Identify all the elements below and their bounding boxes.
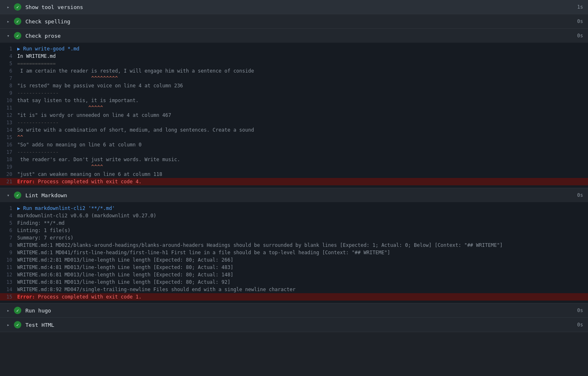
line-text: WRITEME.md:6:81 MD013/line-length Line l… [17, 271, 588, 278]
line-number: 15 [0, 134, 17, 141]
line-number: 6 [0, 227, 17, 234]
code-line: 11 ^^^^^ [0, 104, 588, 112]
line-number: 8 [0, 242, 17, 249]
code-line: 16"So" adds no meaning on line 6 at colu… [0, 141, 588, 148]
code-line: 8WRITEME.md:1 MD022/blanks-around-headin… [0, 242, 588, 249]
line-text: WRITEME.md:1 MD041/first-line-heading/fi… [17, 249, 588, 256]
code-block-check-prose: 1▶ Run write-good *.md4In WRITEME.md5===… [0, 45, 588, 185]
code-line: 4In WRITEME.md [0, 52, 588, 60]
line-text: -------------- [17, 119, 588, 126]
line-text: WRITEME.md:1 MD022/blanks-around-heading… [17, 242, 588, 249]
code-line: 14So write with a combination of short, … [0, 126, 588, 134]
task-time-check-spelling: 0s [577, 18, 583, 24]
code-line: 4markdownlint-cli2 v0.6.0 (markdownlint … [0, 212, 588, 219]
code-line: 9WRITEME.md:1 MD041/first-line-heading/f… [0, 249, 588, 256]
chevron-icon-lint-markdown [5, 192, 11, 198]
code-line: 7 ^^^^^^^^^ [0, 75, 588, 82]
task-time-check-prose: 0s [577, 33, 583, 39]
code-line: 21Error: Process completed with exit cod… [0, 178, 588, 185]
task-content-check-prose: 1▶ Run write-good *.md4In WRITEME.md5===… [0, 43, 588, 188]
task-time-run-hugo: 0s [577, 308, 583, 313]
chevron-icon-test-html [5, 321, 11, 328]
task-row-lint-markdown[interactable]: Lint Markdown0s [0, 188, 588, 202]
line-text: that say listen to this, it is important… [17, 97, 588, 104]
task-list: Show tool versions1sCheck spelling0sChec… [0, 0, 588, 332]
line-text: Summary: 7 error(s) [17, 234, 588, 242]
line-text: -------------- [17, 148, 588, 156]
line-text: the reader's ear. Don't just write words… [17, 156, 588, 163]
status-icon-check-spelling [14, 18, 21, 25]
line-number: 9 [0, 249, 17, 256]
line-number: 4 [0, 52, 17, 60]
line-text: WRITEME.md:8:92 MD047/single-trailing-ne… [17, 286, 588, 293]
code-line: 14WRITEME.md:8:92 MD047/single-trailing-… [0, 286, 588, 293]
line-number: 12 [0, 112, 17, 119]
line-number: 6 [0, 67, 17, 75]
code-line: 9-------------- [0, 89, 588, 97]
code-line: 5============= [0, 60, 588, 67]
task-row-show-tool-versions[interactable]: Show tool versions1s [0, 0, 588, 14]
task-label-check-spelling: Check spelling [25, 18, 577, 25]
code-line: 18 the reader's ear. Don't just write wo… [0, 156, 588, 163]
line-number: 7 [0, 234, 17, 242]
line-text: ^^^^^^^^^ [17, 75, 588, 82]
status-icon-lint-markdown [14, 191, 21, 199]
error-label: Error: [17, 179, 35, 185]
line-text: Error: Process completed with exit code … [17, 293, 588, 301]
line-text: ^^^^^ [17, 104, 588, 112]
line-text: ▶ Run write-good *.md [17, 45, 588, 52]
task-label-run-hugo: Run hugo [25, 308, 577, 314]
line-number: 14 [0, 286, 17, 293]
code-line: 6 I am certain the reader is rested, I w… [0, 67, 588, 75]
error-text: Process completed with exit code 4. [35, 179, 141, 185]
line-number: 11 [0, 264, 17, 271]
line-number: 14 [0, 126, 17, 134]
task-time-test-html: 0s [577, 322, 583, 328]
line-number: 7 [0, 75, 17, 82]
line-text: I am certain the reader is rested, I wil… [17, 67, 588, 75]
task-label-lint-markdown: Lint Markdown [25, 192, 577, 198]
line-text: "So" adds no meaning on line 6 at column… [17, 141, 588, 148]
line-number: 16 [0, 141, 17, 148]
task-row-run-hugo[interactable]: Run hugo0s [0, 303, 588, 318]
code-line: 13WRITEME.md:8:81 MD013/line-length Line… [0, 278, 588, 286]
line-number: 9 [0, 89, 17, 97]
line-text: WRITEME.md:2:81 MD013/line-length Line l… [17, 256, 588, 264]
code-line: 1▶ Run write-good *.md [0, 45, 588, 52]
status-icon-test-html [14, 321, 21, 328]
task-time-show-tool-versions: 1s [577, 4, 583, 10]
line-text: markdownlint-cli2 v0.6.0 (markdownlint v… [17, 212, 588, 219]
line-text: ▶ Run markdownlint-cli2 '**/*.md' [17, 205, 588, 212]
line-number: 17 [0, 148, 17, 156]
line-text: Finding: **/*.md [17, 219, 588, 227]
line-number: 20 [0, 171, 17, 178]
line-text: So write with a combination of short, me… [17, 126, 588, 134]
line-number: 10 [0, 256, 17, 264]
line-text: "is rested" may be passive voice on line… [17, 82, 588, 89]
code-line: 11WRITEME.md:4:81 MD013/line-length Line… [0, 264, 588, 271]
line-number: 5 [0, 219, 17, 227]
task-content-lint-markdown: 1▶ Run markdownlint-cli2 '**/*.md'4markd… [0, 202, 588, 303]
line-number: 18 [0, 156, 17, 163]
line-number: 13 [0, 119, 17, 126]
line-number: 15 [0, 293, 17, 301]
task-row-check-spelling[interactable]: Check spelling0s [0, 14, 588, 29]
code-line: 7Summary: 7 error(s) [0, 234, 588, 242]
line-text: ^^^^ [17, 163, 588, 171]
code-line: 1▶ Run markdownlint-cli2 '**/*.md' [0, 205, 588, 212]
task-row-test-html[interactable]: Test HTML0s [0, 318, 588, 332]
task-label-show-tool-versions: Show tool versions [25, 4, 577, 10]
line-number: 19 [0, 163, 17, 171]
code-line: 20"just" can weaken meaning on line 6 at… [0, 171, 588, 178]
task-label-check-prose: Check prose [25, 33, 577, 39]
line-text: -------------- [17, 89, 588, 97]
code-line: 6Linting: 1 file(s) [0, 227, 588, 234]
line-number: 12 [0, 271, 17, 278]
task-row-check-prose[interactable]: Check prose0s [0, 29, 588, 43]
line-text: WRITEME.md:8:81 MD013/line-length Line l… [17, 278, 588, 286]
line-number: 13 [0, 278, 17, 286]
chevron-icon-show-tool-versions [5, 4, 11, 10]
line-number: 10 [0, 97, 17, 104]
task-time-lint-markdown: 0s [577, 192, 583, 198]
line-text: WRITEME.md:4:81 MD013/line-length Line l… [17, 264, 588, 271]
